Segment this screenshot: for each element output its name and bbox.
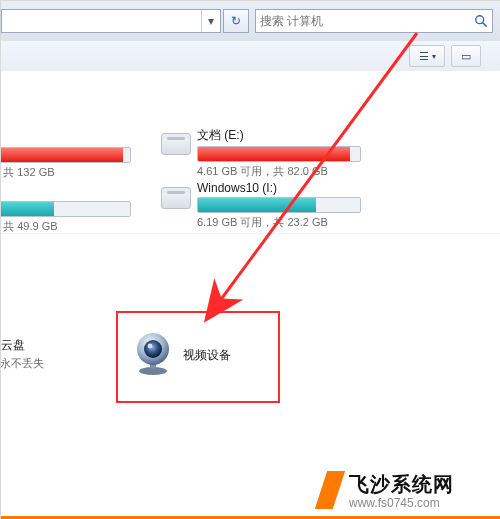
- drive-usage-text: 6.19 GB 可用，共 23.2 GB: [197, 215, 361, 230]
- hdd-icon: [161, 133, 191, 155]
- usage-bar: [197, 197, 361, 213]
- breadcrumb-dropdown[interactable]: ▾: [201, 10, 220, 32]
- chevron-down-icon: ▾: [432, 52, 436, 61]
- drive-usage-text: 3 可用，共 49.9 GB: [1, 219, 131, 234]
- hdd-icon: [161, 187, 191, 209]
- view-mode-button[interactable]: ☰ ▾: [409, 45, 445, 67]
- svg-point-6: [148, 344, 153, 349]
- watermark-accent: [315, 471, 345, 509]
- cloud-title: 乐云盘: [1, 337, 119, 354]
- device-label[interactable]: 视频设备: [183, 347, 231, 364]
- watermark: 飞沙系统网 www.fs0745.com: [1, 460, 500, 519]
- drive-item[interactable]: 文档 (E:) 4.61 GB 可用，共 82.0 GB: [161, 127, 361, 179]
- chevron-down-icon: ▾: [208, 14, 214, 28]
- svg-point-5: [144, 340, 162, 358]
- command-bar: ☰ ▾ ▭: [1, 41, 500, 72]
- usage-bar: [1, 147, 131, 163]
- drive-title: ): [1, 131, 131, 145]
- usage-fill: [198, 147, 350, 161]
- drive-usage-text: 4.61 GB 可用，共 82.0 GB: [197, 164, 361, 179]
- search-box[interactable]: [255, 9, 493, 33]
- drive-usage-text: 3 可用，共 132 GB: [1, 165, 131, 180]
- drive-title: Windows10 (I:): [197, 181, 361, 195]
- explorer-window: ▾ ↻ ☰ ▾ ▭ ) 3 可用，共 132 GB: [0, 0, 500, 519]
- breadcrumb-field[interactable]: ▾: [1, 9, 221, 33]
- drive-item[interactable]: ) 3 可用，共 132 GB: [1, 131, 131, 180]
- divider: [1, 233, 500, 234]
- webcam-icon[interactable]: [129, 329, 177, 377]
- search-input[interactable]: [256, 11, 470, 31]
- pane-icon: ▭: [461, 50, 471, 63]
- watermark-url: www.fs0745.com: [349, 496, 454, 510]
- drive-item[interactable]: Windows10 (I:) 6.19 GB 可用，共 23.2 GB: [161, 181, 361, 230]
- drive-title: 文档 (E:): [197, 127, 361, 144]
- svg-line-1: [483, 23, 487, 27]
- drive-item[interactable]: H:) 3 可用，共 49.9 GB: [1, 185, 131, 234]
- address-bar: ▾ ↻: [1, 1, 500, 42]
- drive-title: H:): [1, 185, 131, 199]
- list-icon: ☰: [419, 50, 429, 63]
- usage-fill: [1, 148, 123, 162]
- search-icon: [470, 10, 492, 32]
- usage-bar: [1, 201, 131, 217]
- preview-pane-button[interactable]: ▭: [451, 45, 481, 67]
- cloud-drive-item[interactable]: 乐云盘 盘永不丢失: [1, 337, 119, 371]
- cloud-subtitle: 盘永不丢失: [1, 356, 119, 371]
- refresh-icon: ↻: [231, 14, 241, 28]
- usage-fill: [198, 198, 316, 212]
- watermark-name: 飞沙系统网: [349, 471, 454, 498]
- content-pane: ) 3 可用，共 132 GB 文档 (E:) 4.61 GB 可用，共 82.…: [1, 71, 500, 450]
- usage-fill: [1, 202, 54, 216]
- refresh-button[interactable]: ↻: [223, 9, 249, 33]
- usage-bar: [197, 146, 361, 162]
